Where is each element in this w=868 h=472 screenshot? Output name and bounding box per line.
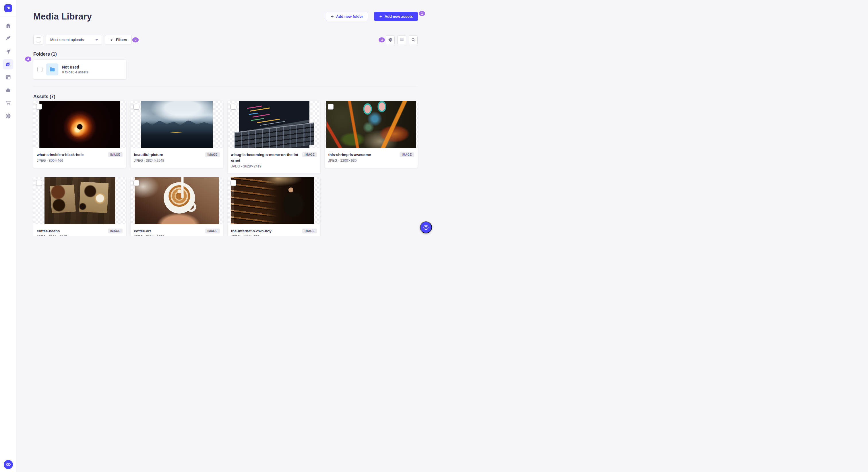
sidebar-item-marketplace[interactable] [3, 98, 13, 108]
asset-checkbox[interactable] [328, 104, 334, 109]
asset-name: beautiful-picture [134, 152, 203, 158]
asset-card[interactable]: this-shrimp-is-awesome JPEG - 1200✕630 I… [325, 101, 417, 168]
filters-label: Filters [116, 38, 127, 42]
gear-icon [388, 38, 393, 42]
assets-heading: Assets (7) [33, 94, 417, 100]
asset-type-badge: IMAGE [205, 229, 220, 233]
asset-grid: what-s-inside-a-black-hole JPEG - 800✕46… [33, 101, 417, 236]
home-icon [5, 23, 11, 29]
filter-icon [110, 38, 114, 42]
folder-title: Not used [62, 65, 88, 69]
asset-meta: JPEG - 3628✕2419 [231, 164, 300, 169]
asset-type-badge: IMAGE [205, 152, 220, 157]
toolbar: Most recent uploads Filters [33, 35, 417, 44]
asset-card-footer: coffee-beans JPEG - 5021✕3347 IMAGE [33, 224, 126, 236]
sort-select[interactable]: Most recent uploads [45, 35, 102, 44]
asset-thumbnail [228, 101, 320, 148]
asset-type-badge: IMAGE [108, 152, 123, 157]
sidebar-item-content-manager[interactable] [3, 33, 13, 43]
folder-subtitle: 0 folder, 4 assets [62, 70, 88, 74]
section-divider [33, 87, 417, 87]
asset-type-badge: IMAGE [302, 152, 317, 157]
asset-image [39, 101, 120, 148]
asset-type-badge: IMAGE [400, 152, 414, 157]
sidebar-item-content-type-builder[interactable] [3, 72, 13, 82]
main-content: Media Library Add new folder Add new ass… [17, 0, 434, 236]
asset-card[interactable]: a-bug-is-becoming-a-meme-on-the-internet… [228, 101, 320, 173]
asset-thumbnail [325, 101, 417, 148]
asset-name: this-shrimp-is-awesome [329, 152, 397, 158]
asset-card[interactable]: what-s-inside-a-black-hole JPEG - 800✕46… [33, 101, 126, 168]
asset-type-badge: IMAGE [108, 229, 123, 233]
media-library-icon [5, 61, 11, 67]
add-new-folder-label: Add new folder [336, 14, 363, 19]
select-all-checkbox[interactable] [36, 37, 41, 42]
asset-thumbnail [33, 101, 126, 148]
toolbar-view-options [386, 35, 417, 44]
asset-checkbox[interactable] [36, 180, 42, 186]
asset-name: the-internet-s-own-boy [231, 228, 300, 234]
asset-name: coffee-art [134, 228, 203, 234]
asset-thumbnail [33, 177, 126, 224]
list-view-button[interactable] [397, 35, 406, 44]
asset-image [234, 177, 314, 224]
layout-icon [5, 74, 11, 80]
sidebar-nav [3, 20, 13, 124]
strapi-logo[interactable] [4, 4, 12, 12]
search-button[interactable] [409, 35, 417, 44]
asset-name: what-s-inside-a-black-hole [37, 152, 105, 158]
sidebar-item-releases[interactable] [3, 46, 13, 57]
page-header: Media Library Add new folder Add new ass… [33, 11, 417, 22]
sidebar: KD [0, 0, 17, 236]
plus-icon [331, 15, 334, 18]
cart-icon [5, 100, 11, 106]
sidebar-item-home[interactable] [3, 20, 13, 31]
annotation-marker-2: 2 [132, 37, 138, 42]
header-actions: Add new folder Add new assets [326, 12, 417, 21]
asset-meta: JPEG - 5021✕3347 [37, 235, 105, 236]
asset-card[interactable]: coffee-art JPEG - 5824✕3259 IMAGE [131, 177, 223, 236]
asset-meta: JPEG - 1200✕630 [329, 158, 397, 163]
annotation-marker-1: 1 [419, 11, 425, 16]
feather-icon [5, 36, 11, 42]
asset-meta: JPEG - 800✕466 [37, 158, 105, 163]
sidebar-item-cloud[interactable] [3, 85, 13, 95]
plus-icon [379, 15, 382, 18]
asset-checkbox[interactable] [133, 180, 139, 186]
help-button[interactable] [420, 222, 432, 233]
asset-thumbnail [228, 177, 320, 224]
sidebar-item-media-library[interactable] [3, 59, 13, 69]
asset-card-footer: this-shrimp-is-awesome JPEG - 1200✕630 I… [325, 148, 417, 168]
sidebar-divider [0, 16, 17, 16]
add-new-assets-label: Add new assets [384, 14, 413, 19]
folder-checkbox[interactable] [37, 67, 42, 72]
asset-checkbox[interactable] [230, 180, 236, 186]
asset-checkbox[interactable] [36, 104, 42, 109]
folder-icon-box [46, 63, 58, 75]
asset-name: coffee-beans [37, 228, 105, 234]
asset-image [239, 101, 309, 148]
asset-card[interactable]: coffee-beans JPEG - 5021✕3347 IMAGE [33, 177, 126, 236]
sidebar-item-settings[interactable] [3, 111, 13, 121]
asset-card[interactable]: the-internet-s-own-boy JPEG - 1200✕707 I… [228, 177, 320, 236]
paper-plane-icon [5, 48, 11, 55]
add-new-folder-button[interactable]: Add new folder [326, 12, 368, 21]
asset-card-footer: coffee-art JPEG - 5824✕3259 IMAGE [131, 224, 223, 236]
page-title: Media Library [33, 11, 92, 22]
chevron-down-icon [95, 39, 98, 41]
asset-card[interactable]: beautiful-picture JPEG - 3824✕2548 IMAGE [131, 101, 223, 168]
asset-checkbox[interactable] [133, 104, 139, 109]
asset-image [135, 177, 219, 224]
folder-card[interactable]: Not used 0 folder, 4 assets [33, 60, 126, 79]
asset-image [327, 101, 416, 148]
asset-name: a-bug-is-becoming-a-meme-on-the-internet [231, 152, 300, 164]
configure-view-button[interactable] [386, 35, 395, 44]
add-new-assets-button[interactable]: Add new assets [374, 12, 417, 21]
cloud-icon [5, 87, 11, 93]
strapi-logo-icon [6, 6, 11, 11]
search-icon [411, 38, 415, 42]
asset-card-footer: what-s-inside-a-black-hole JPEG - 800✕46… [33, 148, 126, 168]
asset-checkbox[interactable] [230, 104, 236, 109]
filters-button[interactable]: Filters [105, 35, 132, 44]
select-all-checkbox-frame[interactable] [33, 35, 43, 44]
